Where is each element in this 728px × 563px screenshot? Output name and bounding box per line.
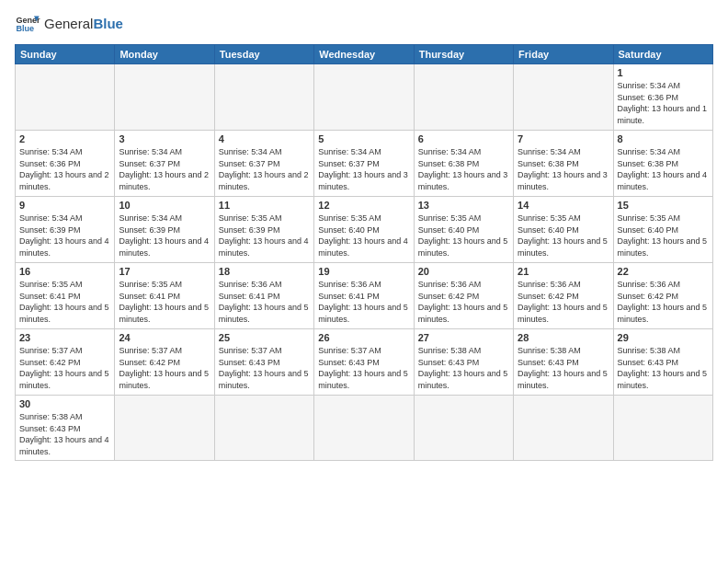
day-number: 26 bbox=[318, 332, 409, 343]
calendar-week-1: 1Sunrise: 5:34 AM Sunset: 6:36 PM Daylig… bbox=[16, 64, 713, 131]
generalblue-logo-icon: General Blue bbox=[15, 11, 40, 37]
calendar-cell: 3Sunrise: 5:34 AM Sunset: 6:37 PM Daylig… bbox=[115, 131, 214, 197]
day-info: Sunrise: 5:34 AM Sunset: 6:36 PM Dayligh… bbox=[618, 80, 709, 126]
calendar-week-5: 23Sunrise: 5:37 AM Sunset: 6:42 PM Dayli… bbox=[16, 329, 713, 396]
day-info: Sunrise: 5:34 AM Sunset: 6:37 PM Dayligh… bbox=[219, 146, 310, 192]
day-info: Sunrise: 5:37 AM Sunset: 6:42 PM Dayligh… bbox=[119, 345, 210, 391]
calendar-cell bbox=[414, 64, 513, 131]
day-number: 28 bbox=[518, 332, 609, 343]
day-info: Sunrise: 5:35 AM Sunset: 6:40 PM Dayligh… bbox=[318, 213, 409, 259]
page: General Blue GeneralBlue SundayMondayTue… bbox=[0, 0, 728, 563]
calendar-cell: 13Sunrise: 5:35 AM Sunset: 6:40 PM Dayli… bbox=[414, 197, 513, 263]
calendar-cell: 15Sunrise: 5:35 AM Sunset: 6:40 PM Dayli… bbox=[613, 197, 712, 263]
calendar-cell: 17Sunrise: 5:35 AM Sunset: 6:41 PM Dayli… bbox=[115, 263, 214, 329]
day-info: Sunrise: 5:34 AM Sunset: 6:38 PM Dayligh… bbox=[518, 146, 609, 192]
calendar-cell: 10Sunrise: 5:34 AM Sunset: 6:39 PM Dayli… bbox=[115, 197, 214, 263]
day-info: Sunrise: 5:35 AM Sunset: 6:41 PM Dayligh… bbox=[19, 279, 110, 325]
calendar-cell: 11Sunrise: 5:35 AM Sunset: 6:39 PM Dayli… bbox=[214, 197, 313, 263]
weekday-header-friday: Friday bbox=[514, 45, 613, 64]
day-info: Sunrise: 5:34 AM Sunset: 6:38 PM Dayligh… bbox=[618, 146, 709, 192]
day-number: 30 bbox=[19, 398, 110, 409]
day-number: 9 bbox=[19, 200, 110, 211]
logo: General Blue GeneralBlue bbox=[15, 11, 123, 37]
day-number: 29 bbox=[618, 332, 709, 343]
calendar-cell: 26Sunrise: 5:37 AM Sunset: 6:43 PM Dayli… bbox=[314, 329, 414, 396]
day-number: 16 bbox=[19, 266, 110, 277]
day-number: 4 bbox=[219, 133, 310, 144]
day-number: 3 bbox=[119, 133, 210, 144]
day-info: Sunrise: 5:37 AM Sunset: 6:43 PM Dayligh… bbox=[318, 345, 409, 391]
calendar-cell: 7Sunrise: 5:34 AM Sunset: 6:38 PM Daylig… bbox=[514, 131, 613, 197]
day-info: Sunrise: 5:35 AM Sunset: 6:40 PM Dayligh… bbox=[418, 213, 509, 259]
calendar-cell: 19Sunrise: 5:36 AM Sunset: 6:41 PM Dayli… bbox=[314, 263, 414, 329]
day-number: 19 bbox=[318, 266, 409, 277]
day-info: Sunrise: 5:34 AM Sunset: 6:37 PM Dayligh… bbox=[119, 146, 210, 192]
svg-text:Blue: Blue bbox=[16, 24, 34, 33]
day-number: 5 bbox=[318, 133, 409, 144]
calendar-cell: 25Sunrise: 5:37 AM Sunset: 6:43 PM Dayli… bbox=[214, 329, 313, 396]
day-info: Sunrise: 5:38 AM Sunset: 6:43 PM Dayligh… bbox=[518, 345, 609, 391]
weekday-header-row: SundayMondayTuesdayWednesdayThursdayFrid… bbox=[16, 45, 713, 64]
calendar-cell: 27Sunrise: 5:38 AM Sunset: 6:43 PM Dayli… bbox=[414, 329, 513, 396]
day-number: 27 bbox=[418, 332, 509, 343]
calendar-cell: 14Sunrise: 5:35 AM Sunset: 6:40 PM Dayli… bbox=[514, 197, 613, 263]
day-number: 24 bbox=[119, 332, 210, 343]
day-number: 20 bbox=[418, 266, 509, 277]
calendar-week-6: 30Sunrise: 5:38 AM Sunset: 6:43 PM Dayli… bbox=[16, 396, 713, 461]
calendar-cell: 4Sunrise: 5:34 AM Sunset: 6:37 PM Daylig… bbox=[214, 131, 313, 197]
day-number: 6 bbox=[418, 133, 509, 144]
day-number: 2 bbox=[19, 133, 110, 144]
day-info: Sunrise: 5:38 AM Sunset: 6:43 PM Dayligh… bbox=[618, 345, 709, 391]
calendar-week-2: 2Sunrise: 5:34 AM Sunset: 6:36 PM Daylig… bbox=[16, 131, 713, 197]
calendar-cell: 6Sunrise: 5:34 AM Sunset: 6:38 PM Daylig… bbox=[414, 131, 513, 197]
day-number: 11 bbox=[219, 200, 310, 211]
calendar-cell bbox=[214, 396, 313, 461]
calendar-table: SundayMondayTuesdayWednesdayThursdayFrid… bbox=[15, 44, 713, 461]
weekday-header-tuesday: Tuesday bbox=[214, 45, 313, 64]
calendar-cell: 12Sunrise: 5:35 AM Sunset: 6:40 PM Dayli… bbox=[314, 197, 414, 263]
weekday-header-thursday: Thursday bbox=[414, 45, 513, 64]
calendar-cell bbox=[314, 64, 414, 131]
calendar-cell bbox=[414, 396, 513, 461]
day-number: 25 bbox=[219, 332, 310, 343]
weekday-header-sunday: Sunday bbox=[16, 45, 115, 64]
calendar-cell: 30Sunrise: 5:38 AM Sunset: 6:43 PM Dayli… bbox=[16, 396, 115, 461]
calendar-cell: 20Sunrise: 5:36 AM Sunset: 6:42 PM Dayli… bbox=[414, 263, 513, 329]
day-number: 14 bbox=[518, 200, 609, 211]
day-number: 22 bbox=[618, 266, 709, 277]
calendar-cell: 1Sunrise: 5:34 AM Sunset: 6:36 PM Daylig… bbox=[613, 64, 712, 131]
day-info: Sunrise: 5:36 AM Sunset: 6:41 PM Dayligh… bbox=[219, 279, 310, 325]
day-info: Sunrise: 5:34 AM Sunset: 6:39 PM Dayligh… bbox=[119, 213, 210, 259]
calendar-cell bbox=[514, 396, 613, 461]
calendar-cell bbox=[314, 396, 414, 461]
day-info: Sunrise: 5:34 AM Sunset: 6:38 PM Dayligh… bbox=[418, 146, 509, 192]
day-number: 15 bbox=[618, 200, 709, 211]
calendar-cell: 24Sunrise: 5:37 AM Sunset: 6:42 PM Dayli… bbox=[115, 329, 214, 396]
day-info: Sunrise: 5:38 AM Sunset: 6:43 PM Dayligh… bbox=[418, 345, 509, 391]
calendar-cell: 2Sunrise: 5:34 AM Sunset: 6:36 PM Daylig… bbox=[16, 131, 115, 197]
day-number: 17 bbox=[119, 266, 210, 277]
day-number: 8 bbox=[618, 133, 709, 144]
day-info: Sunrise: 5:35 AM Sunset: 6:39 PM Dayligh… bbox=[219, 213, 310, 259]
day-info: Sunrise: 5:36 AM Sunset: 6:42 PM Dayligh… bbox=[518, 279, 609, 325]
calendar-cell: 5Sunrise: 5:34 AM Sunset: 6:37 PM Daylig… bbox=[314, 131, 414, 197]
calendar-week-4: 16Sunrise: 5:35 AM Sunset: 6:41 PM Dayli… bbox=[16, 263, 713, 329]
logo-text: GeneralBlue bbox=[44, 17, 123, 32]
day-info: Sunrise: 5:36 AM Sunset: 6:42 PM Dayligh… bbox=[418, 279, 509, 325]
day-number: 10 bbox=[119, 200, 210, 211]
calendar-cell bbox=[514, 64, 613, 131]
day-info: Sunrise: 5:38 AM Sunset: 6:43 PM Dayligh… bbox=[19, 411, 110, 457]
calendar-week-3: 9Sunrise: 5:34 AM Sunset: 6:39 PM Daylig… bbox=[16, 197, 713, 263]
calendar-cell: 23Sunrise: 5:37 AM Sunset: 6:42 PM Dayli… bbox=[16, 329, 115, 396]
day-number: 18 bbox=[219, 266, 310, 277]
weekday-header-saturday: Saturday bbox=[613, 45, 712, 64]
day-number: 13 bbox=[418, 200, 509, 211]
day-info: Sunrise: 5:35 AM Sunset: 6:40 PM Dayligh… bbox=[518, 213, 609, 259]
calendar-cell: 28Sunrise: 5:38 AM Sunset: 6:43 PM Dayli… bbox=[514, 329, 613, 396]
day-number: 23 bbox=[19, 332, 110, 343]
day-info: Sunrise: 5:35 AM Sunset: 6:41 PM Dayligh… bbox=[119, 279, 210, 325]
day-number: 12 bbox=[318, 200, 409, 211]
calendar-cell: 9Sunrise: 5:34 AM Sunset: 6:39 PM Daylig… bbox=[16, 197, 115, 263]
calendar-cell: 18Sunrise: 5:36 AM Sunset: 6:41 PM Dayli… bbox=[214, 263, 313, 329]
day-number: 7 bbox=[518, 133, 609, 144]
